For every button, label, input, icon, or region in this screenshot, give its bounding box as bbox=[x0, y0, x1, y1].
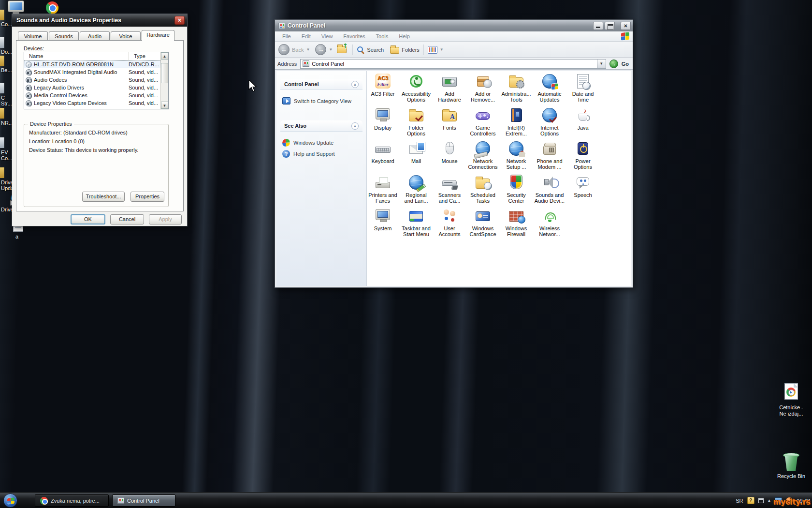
menu-tools[interactable]: Tools bbox=[371, 31, 394, 41]
close-button[interactable]: ✕ bbox=[621, 22, 631, 30]
desktop-item-label[interactable]: a bbox=[15, 234, 18, 239]
window-titlebar[interactable]: Control Panel ✕ bbox=[275, 20, 633, 31]
cpl-item-speech[interactable]: Speech bbox=[567, 174, 599, 198]
device-list-scrollbar[interactable]: ▲ ▼ bbox=[160, 52, 168, 109]
cpl-item-taskbar-and-start-menu[interactable]: Taskbar and Start Menu bbox=[400, 208, 432, 237]
back-dropdown-icon[interactable]: ▼ bbox=[306, 47, 310, 52]
address-dropdown-icon[interactable]: ▼ bbox=[597, 60, 606, 68]
address-combo[interactable]: Control Panel ▼ bbox=[300, 59, 606, 69]
tab-audio[interactable]: Audio bbox=[80, 31, 110, 41]
taskbar-task-control-panel[interactable]: Control Panel bbox=[112, 494, 175, 507]
tab-hardware[interactable]: Hardware bbox=[142, 30, 174, 41]
desktop-item-label[interactable]: Be... bbox=[1, 67, 12, 73]
views-dropdown-icon[interactable]: ▼ bbox=[440, 47, 444, 52]
scroll-thumb[interactable] bbox=[161, 63, 168, 83]
address-value[interactable]: Control Panel bbox=[312, 61, 594, 67]
cpl-item-intel-r-extrem[interactable]: Intel(R) Extrem... bbox=[500, 107, 532, 136]
column-name[interactable]: Name bbox=[24, 52, 129, 60]
cpl-item-add-or-remove[interactable]: Add or Remove... bbox=[467, 73, 499, 103]
taskbar-task-chrome[interactable]: Zvuka nema, potre... bbox=[35, 494, 109, 507]
language-indicator[interactable]: SR bbox=[736, 498, 743, 504]
device-list[interactable]: Name Type HL-DT-ST DVD-ROM GDR8081NDVD/C… bbox=[24, 52, 169, 109]
cpl-item-java[interactable]: Java bbox=[567, 107, 599, 131]
forward-dropdown-icon[interactable]: ▼ bbox=[329, 47, 333, 52]
cpl-item-folder-options[interactable]: Folder Options bbox=[400, 107, 432, 136]
switch-category-view-link[interactable]: Switch to Category View bbox=[282, 97, 362, 105]
maximize-button[interactable] bbox=[605, 22, 615, 30]
cpl-item-printers-and-faxes[interactable]: Printers and Faxes bbox=[367, 174, 399, 204]
cpl-item-date-and-time[interactable]: Date and Time bbox=[567, 73, 599, 103]
desktop-icon-fragment[interactable] bbox=[0, 56, 4, 66]
go-label[interactable]: Go bbox=[622, 61, 629, 67]
menu-view[interactable]: View bbox=[316, 31, 338, 41]
up-button[interactable] bbox=[337, 46, 347, 53]
back-label[interactable]: Back bbox=[292, 47, 304, 53]
cpl-item-regional-and-lan[interactable]: Regional and Lan... bbox=[400, 174, 432, 204]
show-hidden-icons-arrow[interactable]: ▲ bbox=[768, 498, 771, 503]
cpl-item-administra-tools[interactable]: Administra... Tools bbox=[500, 73, 532, 103]
device-row[interactable]: Media Control DevicesSound, vid... bbox=[24, 91, 160, 99]
media-file-icon[interactable] bbox=[784, 383, 798, 400]
desktop-icon-fragment[interactable] bbox=[0, 10, 4, 20]
cpl-item-network-connections[interactable]: Network Connections bbox=[467, 140, 499, 170]
cpl-item-game-controllers[interactable]: Game Controllers bbox=[467, 107, 499, 136]
cpl-item-windows-firewall[interactable]: Windows Firewall bbox=[500, 208, 532, 237]
go-icon[interactable]: → bbox=[609, 60, 618, 68]
views-button[interactable] bbox=[428, 46, 437, 54]
minimize-button[interactable] bbox=[593, 22, 603, 30]
cpl-item-add-hardware[interactable]: Add Hardware bbox=[434, 73, 465, 103]
desktop-item-label[interactable]: EV Co... bbox=[1, 149, 12, 161]
troubleshoot-button[interactable]: Troubleshoot... bbox=[82, 192, 125, 202]
desktop-item-label[interactable]: C Str... bbox=[1, 95, 12, 106]
desktop-icon-fragment[interactable] bbox=[0, 137, 4, 148]
cpl-item-sounds-and-audio-devi[interactable]: Sounds and Audio Devi... bbox=[534, 174, 566, 204]
cpl-item-accessibility-options[interactable]: Accessibility Options bbox=[400, 73, 432, 103]
desktop-item-label[interactable]: Cetnicke - Ne izdaj... bbox=[769, 404, 812, 417]
cancel-button[interactable]: Cancel bbox=[110, 214, 144, 224]
cpl-item-network-setup[interactable]: Network Setup ... bbox=[500, 140, 532, 170]
cpl-item-security-center[interactable]: Security Center bbox=[500, 174, 532, 204]
desktop-item-label[interactable]: Recycle Bin bbox=[769, 473, 812, 479]
help-tray-icon[interactable]: ? bbox=[747, 497, 754, 504]
cpl-item-phone-and-modem[interactable]: Phone and Modem ... bbox=[534, 140, 566, 170]
desktop-item-label[interactable]: Co... bbox=[1, 21, 12, 27]
device-row[interactable]: Legacy Audio DriversSound, vid... bbox=[24, 84, 160, 91]
collapse-chevron-icon[interactable]: ▲ bbox=[351, 122, 359, 130]
cpl-item-internet-options[interactable]: Internet Options bbox=[534, 107, 566, 136]
cpl-item-display[interactable]: Display bbox=[367, 107, 399, 131]
dialog-titlebar[interactable]: Sounds and Audio Devices Properties × bbox=[12, 14, 187, 27]
cpl-item-keyboard[interactable]: Keyboard bbox=[367, 140, 399, 164]
sidebar-header-control-panel[interactable]: Control Panel ▲ bbox=[280, 79, 362, 90]
search-label[interactable]: Search bbox=[367, 47, 384, 53]
close-button[interactable]: × bbox=[174, 16, 185, 25]
desktop-icon-fragment[interactable] bbox=[0, 108, 4, 119]
scroll-up-icon[interactable]: ▲ bbox=[161, 52, 168, 60]
menu-favorites[interactable]: Favorites bbox=[338, 31, 370, 41]
menu-file[interactable]: File bbox=[277, 31, 296, 41]
menu-help[interactable]: Help bbox=[393, 31, 415, 41]
cpl-item-system[interactable]: System bbox=[367, 208, 399, 231]
tab-volume[interactable]: Volume bbox=[18, 31, 48, 41]
cpl-item-user-accounts[interactable]: User Accounts bbox=[434, 208, 465, 237]
cpl-item-power-options[interactable]: Power Options bbox=[567, 140, 599, 170]
help-and-support-link[interactable]: Help and Support bbox=[282, 150, 362, 158]
ok-button[interactable]: OK bbox=[71, 214, 105, 224]
search-icon[interactable] bbox=[357, 46, 364, 54]
cpl-item-wireless-networ[interactable]: Wireless Networ... bbox=[534, 208, 566, 237]
device-row[interactable]: SoundMAX Integrated Digital AudioSound, … bbox=[24, 68, 160, 76]
windows-update-link[interactable]: Windows Update bbox=[282, 139, 362, 147]
cpl-item-automatic-updates[interactable]: Automatic Updates bbox=[534, 73, 566, 103]
back-button[interactable]: ← bbox=[278, 44, 290, 55]
collapse-chevron-icon[interactable]: ▲ bbox=[351, 81, 359, 88]
menu-edit[interactable]: Edit bbox=[296, 31, 316, 41]
chrome-desktop-icon[interactable] bbox=[46, 1, 58, 14]
apply-button[interactable]: Apply bbox=[149, 214, 182, 224]
recycle-bin-icon[interactable] bbox=[783, 452, 799, 471]
forward-button[interactable]: → bbox=[315, 44, 326, 55]
cpl-item-mail[interactable]: Mail bbox=[400, 140, 432, 164]
desktop-icon-fragment[interactable] bbox=[0, 37, 4, 48]
desktop-item-label[interactable]: Do... bbox=[1, 49, 12, 55]
folders-icon[interactable] bbox=[390, 47, 399, 54]
column-type[interactable]: Type bbox=[129, 52, 160, 60]
window-tray-icon[interactable] bbox=[758, 498, 764, 503]
